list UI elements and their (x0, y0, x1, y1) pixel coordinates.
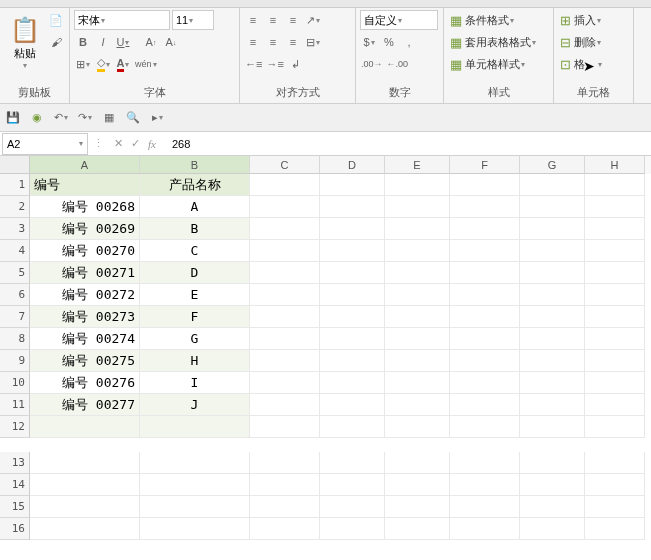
fx-button[interactable]: fx (148, 138, 156, 150)
cell[interactable] (250, 416, 320, 438)
row-header[interactable]: 13 (0, 452, 30, 474)
cell[interactable] (585, 452, 645, 474)
copy-button[interactable]: 📄 (47, 10, 65, 30)
conditional-format-button[interactable]: ▦条件格式▾ (448, 10, 516, 30)
row-header[interactable]: 8 (0, 328, 30, 350)
cell[interactable] (250, 518, 320, 540)
accounting-button[interactable]: $▾ (360, 32, 378, 52)
cell[interactable] (450, 372, 520, 394)
column-header-F[interactable]: F (450, 156, 520, 174)
align-middle-button[interactable]: ≡ (264, 10, 282, 30)
cell[interactable] (250, 474, 320, 496)
cell[interactable] (585, 518, 645, 540)
redo-button[interactable]: ↷▾ (76, 109, 94, 127)
cell[interactable] (520, 218, 585, 240)
cell[interactable] (450, 394, 520, 416)
cell[interactable]: C (140, 240, 250, 262)
italic-button[interactable]: I (94, 32, 112, 52)
column-header-E[interactable]: E (385, 156, 450, 174)
cell[interactable]: 编号 00272 (30, 284, 140, 306)
cell[interactable] (450, 240, 520, 262)
cell[interactable] (585, 372, 645, 394)
cell[interactable] (585, 196, 645, 218)
cell[interactable] (320, 474, 385, 496)
cell[interactable] (585, 174, 645, 196)
cell[interactable] (385, 218, 450, 240)
cell[interactable] (450, 452, 520, 474)
row-header[interactable]: 10 (0, 372, 30, 394)
phonetic-button[interactable]: wén▾ (134, 54, 158, 74)
cell[interactable] (30, 496, 140, 518)
insert-button[interactable]: ⊞插入▾ (558, 10, 603, 30)
column-header-A[interactable]: A (30, 156, 140, 174)
row-header[interactable]: 3 (0, 218, 30, 240)
underline-button[interactable]: U▾ (114, 32, 132, 52)
cell[interactable] (250, 196, 320, 218)
cell[interactable]: 编号 00268 (30, 196, 140, 218)
cell[interactable] (250, 394, 320, 416)
row-header[interactable]: 4 (0, 240, 30, 262)
cell[interactable] (520, 496, 585, 518)
wrap-button[interactable]: ↲ (287, 54, 305, 74)
cell[interactable] (585, 240, 645, 262)
row-header[interactable]: 1 (0, 174, 30, 196)
cell[interactable] (320, 262, 385, 284)
cell[interactable] (520, 240, 585, 262)
cell[interactable] (520, 350, 585, 372)
cell[interactable] (250, 328, 320, 350)
format-button[interactable]: ⊡格➤▾ (558, 54, 604, 74)
cell[interactable] (140, 416, 250, 438)
cell[interactable] (385, 174, 450, 196)
orientation-button[interactable]: ↗▾ (304, 10, 322, 30)
cell[interactable] (250, 306, 320, 328)
qat-button-5[interactable]: ▦ (100, 109, 118, 127)
cell[interactable] (520, 196, 585, 218)
cell[interactable] (520, 306, 585, 328)
print-preview-button[interactable]: 🔍 (124, 109, 142, 127)
cell[interactable] (585, 474, 645, 496)
cell[interactable]: 编号 00277 (30, 394, 140, 416)
cell[interactable] (250, 262, 320, 284)
number-format-combo[interactable]: 自定义▾ (360, 10, 438, 30)
align-top-button[interactable]: ≡ (244, 10, 262, 30)
cell[interactable] (140, 496, 250, 518)
cell[interactable] (585, 416, 645, 438)
cell[interactable] (385, 416, 450, 438)
cell[interactable]: H (140, 350, 250, 372)
cell[interactable]: 编号 00270 (30, 240, 140, 262)
cell[interactable] (450, 306, 520, 328)
cell[interactable] (250, 240, 320, 262)
delete-button[interactable]: ⊟删除▾ (558, 32, 603, 52)
cell[interactable] (385, 394, 450, 416)
align-center-button[interactable]: ≡ (264, 32, 282, 52)
row-header[interactable]: 15 (0, 496, 30, 518)
cell[interactable] (320, 518, 385, 540)
cell[interactable] (385, 240, 450, 262)
cell[interactable] (385, 496, 450, 518)
cell[interactable] (450, 474, 520, 496)
cell[interactable] (250, 452, 320, 474)
cell[interactable] (520, 284, 585, 306)
decrease-decimal-button[interactable]: ←.00 (386, 54, 410, 74)
cell-style-button[interactable]: ▦单元格样式▾ (448, 54, 527, 74)
comma-button[interactable]: , (400, 32, 418, 52)
cell[interactable] (320, 350, 385, 372)
cell[interactable] (450, 350, 520, 372)
fill-color-button[interactable]: ◇▾ (94, 54, 112, 74)
paste-button[interactable]: 📋 粘贴 ▾ (4, 10, 45, 76)
cell[interactable] (385, 262, 450, 284)
cell[interactable] (250, 496, 320, 518)
cell[interactable] (585, 328, 645, 350)
cell[interactable] (520, 474, 585, 496)
cell[interactable] (450, 174, 520, 196)
cell[interactable]: 编号 00274 (30, 328, 140, 350)
row-header[interactable]: 5 (0, 262, 30, 284)
save-button[interactable]: 💾 (4, 109, 22, 127)
cell[interactable]: J (140, 394, 250, 416)
cell[interactable]: 编号 00275 (30, 350, 140, 372)
cell[interactable] (320, 394, 385, 416)
cell[interactable] (450, 196, 520, 218)
cell[interactable] (320, 240, 385, 262)
indent-increase-button[interactable]: →≡ (265, 54, 284, 74)
row-header[interactable]: 7 (0, 306, 30, 328)
